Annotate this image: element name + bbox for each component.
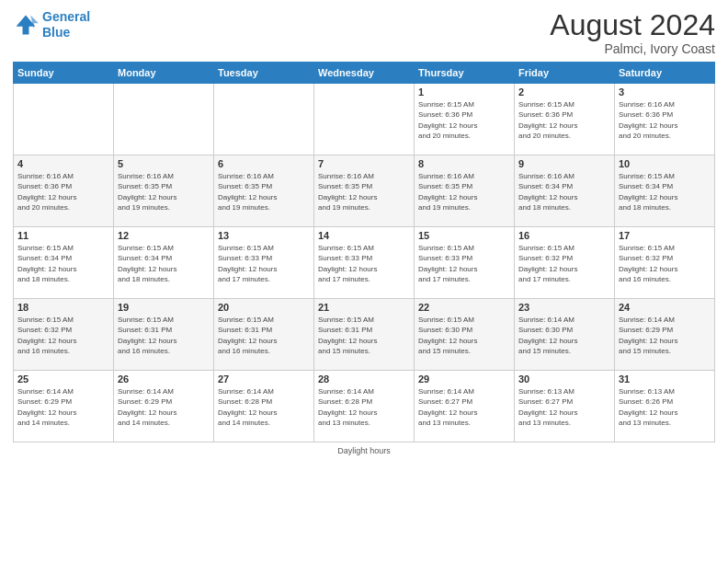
- calendar-cell: 30Sunrise: 6:13 AM Sunset: 6:27 PM Dayli…: [515, 371, 615, 442]
- cell-info: Sunrise: 6:16 AM Sunset: 6:34 PM Dayligh…: [518, 171, 610, 213]
- weekday-sunday: Sunday: [14, 63, 114, 84]
- cell-info: Sunrise: 6:15 AM Sunset: 6:33 PM Dayligh…: [218, 243, 310, 284]
- cell-info: Sunrise: 6:15 AM Sunset: 6:31 PM Dayligh…: [218, 315, 310, 356]
- cell-info: Sunrise: 6:14 AM Sunset: 6:29 PM Dayligh…: [619, 315, 711, 356]
- day-number: 10: [619, 158, 711, 169]
- subtitle: Palmci, Ivory Coast: [550, 41, 715, 56]
- calendar-cell: 25Sunrise: 6:14 AM Sunset: 6:29 PM Dayli…: [14, 371, 114, 442]
- logo-text: General Blue: [42, 9, 90, 40]
- cell-info: Sunrise: 6:15 AM Sunset: 6:33 PM Dayligh…: [418, 243, 510, 284]
- calendar-cell: 1Sunrise: 6:15 AM Sunset: 6:36 PM Daylig…: [415, 84, 515, 155]
- calendar-cell: 7Sunrise: 6:16 AM Sunset: 6:35 PM Daylig…: [314, 155, 415, 227]
- day-number: 12: [118, 230, 210, 241]
- logo: General Blue: [13, 9, 90, 40]
- cell-info: Sunrise: 6:16 AM Sunset: 6:35 PM Dayligh…: [118, 171, 210, 213]
- calendar-cell: 21Sunrise: 6:15 AM Sunset: 6:31 PM Dayli…: [314, 299, 415, 371]
- cell-info: Sunrise: 6:14 AM Sunset: 6:27 PM Dayligh…: [418, 386, 510, 428]
- calendar-cell: 17Sunrise: 6:15 AM Sunset: 6:32 PM Dayli…: [615, 227, 715, 299]
- weekday-friday: Friday: [515, 63, 615, 84]
- calendar-cell: 20Sunrise: 6:15 AM Sunset: 6:31 PM Dayli…: [214, 299, 314, 371]
- day-number: 2: [518, 86, 610, 98]
- weekday-header-row: SundayMondayTuesdayWednesdayThursdayFrid…: [14, 63, 715, 84]
- cell-info: Sunrise: 6:16 AM Sunset: 6:35 PM Dayligh…: [318, 171, 410, 213]
- calendar-cell: [314, 84, 415, 155]
- cell-info: Sunrise: 6:15 AM Sunset: 6:34 PM Dayligh…: [118, 243, 210, 284]
- cell-info: Sunrise: 6:15 AM Sunset: 6:34 PM Dayligh…: [17, 243, 109, 284]
- calendar-cell: 11Sunrise: 6:15 AM Sunset: 6:34 PM Dayli…: [14, 227, 114, 299]
- cell-info: Sunrise: 6:15 AM Sunset: 6:36 PM Dayligh…: [518, 99, 610, 141]
- weekday-monday: Monday: [114, 63, 214, 84]
- calendar-cell: 19Sunrise: 6:15 AM Sunset: 6:31 PM Dayli…: [114, 299, 214, 371]
- cell-info: Sunrise: 6:15 AM Sunset: 6:34 PM Dayligh…: [619, 171, 711, 213]
- day-number: 30: [518, 373, 610, 385]
- cell-info: Sunrise: 6:15 AM Sunset: 6:31 PM Dayligh…: [318, 315, 410, 356]
- cell-info: Sunrise: 6:15 AM Sunset: 6:30 PM Dayligh…: [418, 315, 510, 356]
- week-row-2: 4Sunrise: 6:16 AM Sunset: 6:36 PM Daylig…: [14, 155, 715, 227]
- calendar-cell: 18Sunrise: 6:15 AM Sunset: 6:32 PM Dayli…: [14, 299, 114, 371]
- footer-note: Daylight hours: [13, 446, 715, 455]
- cell-info: Sunrise: 6:14 AM Sunset: 6:28 PM Dayligh…: [218, 386, 310, 428]
- cell-info: Sunrise: 6:14 AM Sunset: 6:30 PM Dayligh…: [518, 315, 610, 356]
- calendar-cell: 10Sunrise: 6:15 AM Sunset: 6:34 PM Dayli…: [615, 155, 715, 227]
- cell-info: Sunrise: 6:15 AM Sunset: 6:36 PM Dayligh…: [418, 99, 510, 141]
- day-number: 15: [418, 230, 510, 241]
- day-number: 3: [619, 86, 711, 98]
- day-number: 4: [17, 158, 109, 169]
- calendar-cell: 12Sunrise: 6:15 AM Sunset: 6:34 PM Dayli…: [114, 227, 214, 299]
- day-number: 23: [518, 302, 610, 313]
- day-number: 29: [418, 373, 510, 385]
- week-row-4: 18Sunrise: 6:15 AM Sunset: 6:32 PM Dayli…: [14, 299, 715, 371]
- calendar-cell: 26Sunrise: 6:14 AM Sunset: 6:29 PM Dayli…: [114, 371, 214, 442]
- page: General Blue August 2024 Palmci, Ivory C…: [0, 0, 728, 563]
- calendar-cell: 23Sunrise: 6:14 AM Sunset: 6:30 PM Dayli…: [515, 299, 615, 371]
- day-number: 5: [118, 158, 210, 169]
- title-block: August 2024 Palmci, Ivory Coast: [550, 9, 715, 56]
- day-number: 7: [318, 158, 410, 169]
- calendar-table: SundayMondayTuesdayWednesdayThursdayFrid…: [13, 62, 715, 442]
- day-number: 6: [218, 158, 310, 169]
- weekday-thursday: Thursday: [415, 63, 515, 84]
- calendar-cell: 31Sunrise: 6:13 AM Sunset: 6:26 PM Dayli…: [615, 371, 715, 442]
- day-number: 9: [518, 158, 610, 169]
- header: General Blue August 2024 Palmci, Ivory C…: [13, 9, 715, 56]
- calendar-cell: 27Sunrise: 6:14 AM Sunset: 6:28 PM Dayli…: [214, 371, 314, 442]
- day-number: 20: [218, 302, 310, 313]
- day-number: 27: [218, 373, 310, 385]
- calendar-cell: 3Sunrise: 6:16 AM Sunset: 6:36 PM Daylig…: [615, 84, 715, 155]
- calendar-cell: 28Sunrise: 6:14 AM Sunset: 6:28 PM Dayli…: [314, 371, 415, 442]
- day-number: 25: [17, 373, 109, 385]
- day-number: 31: [619, 373, 711, 385]
- calendar-cell: 6Sunrise: 6:16 AM Sunset: 6:35 PM Daylig…: [214, 155, 314, 227]
- calendar-cell: [14, 84, 114, 155]
- cell-info: Sunrise: 6:16 AM Sunset: 6:35 PM Dayligh…: [418, 171, 510, 213]
- cell-info: Sunrise: 6:14 AM Sunset: 6:29 PM Dayligh…: [118, 386, 210, 428]
- day-number: 19: [118, 302, 210, 313]
- cell-info: Sunrise: 6:15 AM Sunset: 6:32 PM Dayligh…: [518, 243, 610, 284]
- weekday-tuesday: Tuesday: [214, 63, 314, 84]
- calendar-cell: [114, 84, 214, 155]
- day-number: 24: [619, 302, 711, 313]
- calendar-cell: 8Sunrise: 6:16 AM Sunset: 6:35 PM Daylig…: [415, 155, 515, 227]
- day-number: 1: [418, 86, 510, 98]
- calendar-cell: [214, 84, 314, 155]
- cell-info: Sunrise: 6:15 AM Sunset: 6:32 PM Dayligh…: [619, 243, 711, 284]
- cell-info: Sunrise: 6:16 AM Sunset: 6:36 PM Dayligh…: [17, 171, 109, 213]
- logo-icon: [13, 12, 39, 38]
- cell-info: Sunrise: 6:16 AM Sunset: 6:36 PM Dayligh…: [619, 99, 711, 141]
- calendar-cell: 15Sunrise: 6:15 AM Sunset: 6:33 PM Dayli…: [415, 227, 515, 299]
- week-row-1: 1Sunrise: 6:15 AM Sunset: 6:36 PM Daylig…: [14, 84, 715, 155]
- calendar-cell: 9Sunrise: 6:16 AM Sunset: 6:34 PM Daylig…: [515, 155, 615, 227]
- day-number: 28: [318, 373, 410, 385]
- day-number: 14: [318, 230, 410, 241]
- cell-info: Sunrise: 6:14 AM Sunset: 6:29 PM Dayligh…: [17, 386, 109, 428]
- week-row-3: 11Sunrise: 6:15 AM Sunset: 6:34 PM Dayli…: [14, 227, 715, 299]
- cell-info: Sunrise: 6:13 AM Sunset: 6:26 PM Dayligh…: [619, 386, 711, 428]
- day-number: 17: [619, 230, 711, 241]
- main-title: August 2024: [550, 9, 715, 41]
- calendar-cell: 16Sunrise: 6:15 AM Sunset: 6:32 PM Dayli…: [515, 227, 615, 299]
- day-number: 18: [17, 302, 109, 313]
- cell-info: Sunrise: 6:16 AM Sunset: 6:35 PM Dayligh…: [218, 171, 310, 213]
- day-number: 11: [17, 230, 109, 241]
- calendar-cell: 2Sunrise: 6:15 AM Sunset: 6:36 PM Daylig…: [515, 84, 615, 155]
- day-number: 8: [418, 158, 510, 169]
